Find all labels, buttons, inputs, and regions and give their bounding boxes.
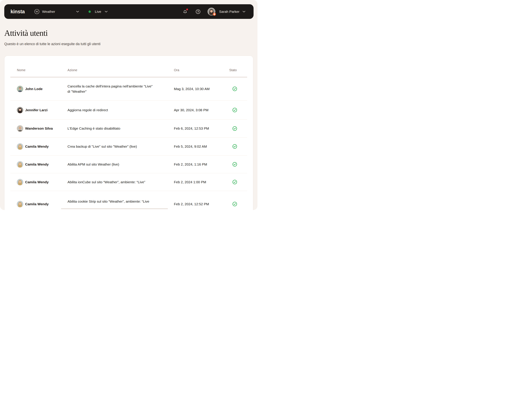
app-screen: kinsta W Weather Live [0,0,258,210]
action-time: Mag 3, 2024, 10:30 AM [174,87,229,91]
status-cell [229,126,247,131]
action-cell: L'Edge Caching è stato disabilitato [68,126,174,131]
action-cell: Abilita ionCube sul sito “Weather”, ambi… [68,180,174,185]
status-cell [229,108,247,112]
user-name: Sarah Parker [219,10,239,14]
table-row: Jennifer Larzi Aggiorna regole di redire… [10,100,247,120]
name-cell: Camila Wendy [17,179,68,185]
name-cell: Jennifer Larzi [17,107,68,113]
action-cell: Abilita cookie Strip sul sito “Weather”,… [68,202,174,207]
chevron-down-icon [76,11,79,13]
wordpress-icon: W [34,9,39,14]
action-time: Apr 30, 2024, 3:08 PM [174,108,229,112]
action-cell: Aggiorna regole di redirect [68,107,174,113]
user-name: Camila Wendy [25,162,49,166]
action-text: Aggiorna regole di redirect [68,107,108,113]
user-name: Camila Wendy [25,144,49,149]
name-cell: Wanderson Silva [17,125,68,132]
user-menu[interactable]: Sarah Parker [208,8,245,15]
status-cell [229,86,247,91]
user-name: Jennifer Larzi [25,108,48,112]
user-name: Camila Wendy [25,180,49,184]
partial-row-divider [61,209,168,209]
status-cell [229,144,247,149]
page-subtitle: Questo è un elenco di tutte le azioni es… [4,42,253,46]
column-header-nome: Nome [17,68,68,72]
table-row: Camila Wendy Abilita ionCube sul sito “W… [10,173,247,191]
status-cell [229,180,247,184]
action-text: Abilita APM sul sito Weather (live) [68,162,119,167]
notifications-button[interactable] [183,9,187,14]
check-circle-icon [232,86,237,91]
help-button[interactable] [196,9,200,14]
status-cell [229,162,247,167]
notification-badge [186,8,188,10]
help-icon [196,9,200,14]
table-body: John Lode Cancella la cache dell'intera … [10,77,247,210]
check-circle-icon [232,202,237,206]
name-cell: Camila Wendy [17,201,68,207]
table-header: Nome Azione Ora Stato [10,56,247,77]
lightning-bolt-icon [213,13,216,16]
column-header-azione: Azione [68,68,174,72]
action-time: Feb 2, 2024, 12:52 PM [174,202,229,206]
table-row: Camila Wendy Crea backup di "Live" sul s… [10,137,247,155]
action-cell: Cancella la cache dell'intera pagina nel… [68,84,174,94]
user-avatar [17,143,23,150]
column-header-ora: Ora [174,68,229,72]
check-circle-icon [232,180,237,184]
column-header-stato: Stato [229,68,247,72]
name-cell: Camila Wendy [17,161,68,167]
status-cell [229,202,247,206]
action-time: Feb 2, 2024 1:00 PM [174,180,229,184]
user-avatar [17,107,23,113]
action-text: L'Edge Caching è stato disabilitato [68,126,120,131]
action-time: Feb 5, 2024, 9:02 AM [174,144,229,149]
activity-card: Nome Azione Ora Stato John Lode Cancella… [4,56,253,210]
table-row: Camila Wendy Abilita APM sul sito Weathe… [10,155,247,173]
user-name: John Lode [25,87,43,91]
environment-selector[interactable]: Live [89,10,108,14]
environment-selector-label: Live [95,10,101,14]
user-name: Wanderson Silva [25,127,53,130]
action-text: Cancella la cache dell'intera pagina nel… [68,84,153,94]
action-text: Abilita cookie Strip sul sito “Weather”,… [68,199,149,204]
chevron-down-icon [243,11,245,13]
name-cell: Camila Wendy [17,143,68,150]
action-time: Feb 6, 2024, 12:53 PM [174,127,229,130]
action-cell: Crea backup di "Live" sul sito "Weather"… [68,144,174,149]
page-title: Attività utenti [4,28,253,38]
user-avatar [17,201,23,207]
site-selector[interactable]: W Weather [34,9,79,14]
name-cell: John Lode [17,86,68,92]
action-text: Crea backup di "Live" sul sito "Weather"… [68,144,137,149]
chevron-down-icon [105,11,108,13]
top-navbar: kinsta W Weather Live [4,4,254,19]
action-time: Feb 2, 2024, 1:16 PM [174,162,229,166]
table-row: Wanderson Silva L'Edge Caching è stato d… [10,120,247,137]
user-avatar [17,86,23,92]
main-content: Attività utenti Questo è un elenco di tu… [0,19,258,210]
action-cell: Abilita APM sul sito Weather (live) [68,162,174,167]
table-row: John Lode Cancella la cache dell'intera … [10,77,247,100]
check-circle-icon [232,126,237,131]
action-text: Abilita ionCube sul sito “Weather”, ambi… [68,180,145,185]
check-circle-icon [232,162,237,167]
check-circle-icon [232,108,237,112]
live-status-dot [89,10,91,13]
user-avatar [208,8,215,15]
user-avatar [17,161,23,167]
user-avatar [17,125,23,132]
user-avatar [17,179,23,185]
table-row: Camila Wendy Abilita cookie Strip sul si… [10,191,247,210]
user-name: Camila Wendy [25,202,49,206]
svg-text:W: W [36,10,38,13]
site-selector-label: Weather [42,10,55,14]
kinsta-logo: kinsta [10,9,25,15]
check-circle-icon [232,144,237,149]
